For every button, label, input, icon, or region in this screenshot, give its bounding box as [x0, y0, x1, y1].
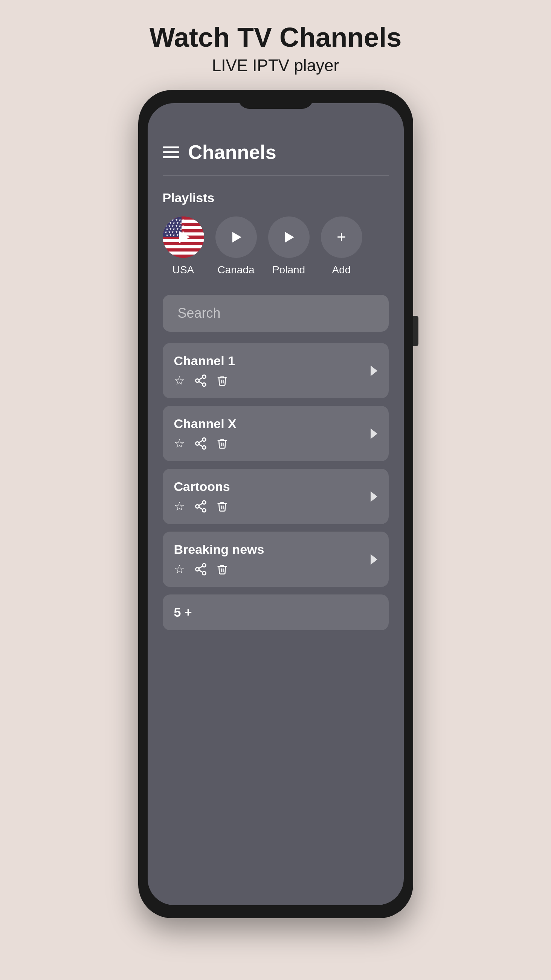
poland-play-icon — [285, 232, 294, 242]
search-container[interactable] — [163, 295, 389, 332]
cartoons-chevron — [371, 491, 377, 502]
svg-line-31 — [199, 441, 202, 443]
app-header: Channels — [163, 141, 389, 163]
svg-line-40 — [199, 570, 202, 572]
cartoons-name: Cartoons — [174, 479, 367, 494]
channel-item-x[interactable]: Channel X ☆ — [163, 406, 389, 461]
phone-screen: Channels Playlists — [148, 103, 404, 905]
phone-shell: Channels Playlists — [138, 90, 413, 918]
side-button — [413, 316, 419, 346]
playlists-label: Playlists — [163, 191, 389, 205]
app-content: Channels Playlists — [148, 103, 404, 905]
page-title: Watch TV Channels — [150, 22, 401, 52]
channel-x-share-icon[interactable] — [194, 437, 207, 450]
search-input[interactable] — [178, 305, 374, 321]
channel-x-delete-icon[interactable] — [217, 437, 228, 450]
usa-label: USA — [172, 264, 194, 276]
breaking-news-share-icon[interactable] — [194, 563, 207, 576]
breaking-news-delete-icon[interactable] — [217, 563, 228, 576]
canada-circle — [215, 216, 257, 258]
canada-play-icon — [233, 232, 241, 242]
poland-circle — [268, 216, 310, 258]
cartoons-share-icon[interactable] — [194, 500, 207, 513]
add-circle: + — [321, 216, 362, 258]
channel-item-cartoons[interactable]: Cartoons ☆ — [163, 469, 389, 524]
svg-line-25 — [199, 381, 202, 383]
channel-x-favorite-icon[interactable]: ☆ — [174, 436, 185, 451]
breaking-news-favorite-icon[interactable]: ☆ — [174, 562, 185, 576]
svg-line-36 — [199, 503, 202, 506]
usa-play-icon — [179, 231, 190, 243]
add-label: Add — [332, 264, 351, 276]
cartoons-actions: ☆ — [174, 499, 367, 514]
cartoons-info: Cartoons ☆ — [174, 479, 367, 514]
app-screen-title: Channels — [188, 141, 276, 163]
channel-1-delete-icon[interactable] — [217, 374, 228, 387]
playlists-row: ★ ★ ★ ★ ★ ★ ★ ★ ★ ★ ★ ★ ★ ★ ★ ★ ★ ★ ★ ★ … — [163, 216, 389, 276]
menu-button[interactable] — [163, 146, 179, 158]
channel-item-breaking-news[interactable]: Breaking news ☆ — [163, 531, 389, 587]
svg-line-35 — [199, 507, 202, 509]
add-plus-icon: + — [337, 229, 346, 245]
svg-line-26 — [199, 378, 202, 380]
more-channels-item[interactable]: 5 + — [163, 595, 389, 630]
canada-label: Canada — [217, 264, 254, 276]
breaking-news-name: Breaking news — [174, 542, 367, 557]
playlist-item-add[interactable]: + Add — [321, 216, 362, 276]
channel-x-actions: ☆ — [174, 436, 367, 451]
svg-rect-11 — [163, 245, 204, 248]
hamburger-line-1 — [163, 146, 179, 148]
svg-line-41 — [199, 566, 202, 568]
channel-x-name: Channel X — [174, 417, 367, 431]
channel-1-favorite-icon[interactable]: ☆ — [174, 374, 185, 388]
channel-x-chevron — [371, 428, 377, 439]
breaking-news-actions: ☆ — [174, 562, 367, 576]
svg-rect-14 — [163, 255, 204, 258]
breaking-news-chevron — [371, 554, 377, 565]
playlist-item-poland[interactable]: Poland — [268, 216, 310, 276]
page-subtitle: LIVE IPTV player — [150, 56, 401, 75]
phone-notch — [238, 90, 313, 109]
header-divider — [163, 175, 389, 175]
svg-rect-13 — [163, 251, 204, 255]
page-header: Watch TV Channels LIVE IPTV player — [150, 0, 401, 90]
hamburger-line-2 — [163, 151, 179, 153]
usa-flag-circle: ★ ★ ★ ★ ★ ★ ★ ★ ★ ★ ★ ★ ★ ★ ★ ★ ★ ★ ★ ★ … — [163, 216, 204, 258]
channel-1-name: Channel 1 — [174, 353, 367, 368]
cartoons-delete-icon[interactable] — [217, 500, 228, 513]
channel-1-share-icon[interactable] — [194, 374, 207, 387]
playlist-item-usa[interactable]: ★ ★ ★ ★ ★ ★ ★ ★ ★ ★ ★ ★ ★ ★ ★ ★ ★ ★ ★ ★ … — [163, 216, 204, 276]
hamburger-line-3 — [163, 156, 179, 158]
cartoons-favorite-icon[interactable]: ☆ — [174, 499, 185, 514]
playlist-item-canada[interactable]: Canada — [215, 216, 257, 276]
channel-1-actions: ☆ — [174, 374, 367, 388]
channel-1-info: Channel 1 ☆ — [174, 353, 367, 388]
more-channels-text: 5 + — [174, 605, 192, 620]
channel-1-chevron — [371, 366, 377, 376]
svg-line-30 — [199, 444, 202, 447]
channel-x-info: Channel X ☆ — [174, 417, 367, 451]
poland-label: Poland — [272, 264, 305, 276]
svg-rect-12 — [163, 248, 204, 251]
channel-item-1[interactable]: Channel 1 ☆ — [163, 343, 389, 398]
breaking-news-info: Breaking news ☆ — [174, 542, 367, 576]
